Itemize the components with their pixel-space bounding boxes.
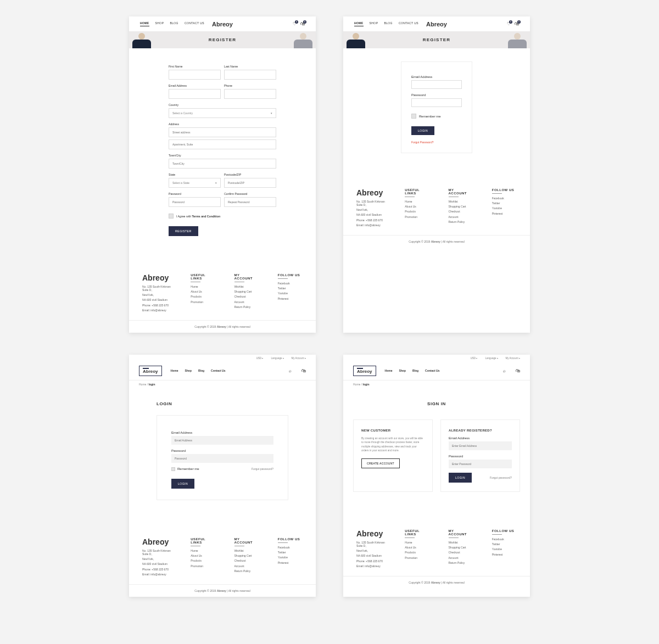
footer-link[interactable]: Facebook [492, 537, 517, 541]
nav-contact[interactable]: Contact Us [425, 369, 439, 372]
forgot-password-link[interactable]: Forgot Password? [411, 141, 434, 144]
footer-link[interactable]: Youtube [492, 547, 517, 551]
breadcrumb-home[interactable]: Home [353, 383, 360, 386]
currency-select[interactable]: USD [256, 357, 264, 360]
footer-link[interactable]: Wishlist [449, 541, 473, 544]
footer-link[interactable]: About Us [191, 290, 215, 293]
postcode-input[interactable] [224, 178, 276, 188]
footer-link[interactable]: Checkout [449, 210, 473, 213]
footer-link[interactable]: Facebook [278, 546, 303, 549]
nav-blog[interactable]: BLOG [170, 21, 178, 26]
footer-link[interactable]: Pinterest [278, 561, 303, 564]
footer-link[interactable]: Products [191, 559, 215, 562]
footer-link[interactable]: Facebook [492, 197, 517, 200]
nav-home[interactable]: HOME [140, 21, 149, 26]
terms-link[interactable]: Terms and Condition [192, 215, 221, 218]
footer-link[interactable]: Wishlist [234, 285, 259, 288]
nav-contact[interactable]: Contact Us [211, 369, 225, 372]
footer-link[interactable]: Promotion [405, 556, 429, 559]
password-input[interactable] [449, 460, 512, 468]
confirm-password-input[interactable] [224, 197, 276, 207]
cart-icon[interactable]: 🛍 [301, 368, 306, 373]
account-menu[interactable]: My Account [506, 357, 520, 360]
nav-blog[interactable]: Blog [198, 369, 204, 372]
country-select[interactable]: Select a Country▾ [169, 108, 276, 118]
footer-link[interactable]: Twitter [492, 542, 517, 546]
footer-link[interactable]: Home [191, 285, 215, 288]
footer-link[interactable]: Youtube [492, 206, 517, 210]
footer-link[interactable]: Checkout [449, 551, 473, 554]
footer-link[interactable]: Facebook [278, 282, 303, 285]
footer-link[interactable]: Products [191, 295, 215, 298]
brand-logo[interactable]: Abreoy [212, 21, 233, 27]
apartment-input[interactable] [169, 139, 276, 149]
remember-checkbox[interactable] [411, 114, 416, 119]
footer-link[interactable]: Home [191, 549, 215, 552]
footer-link[interactable]: Shopping Cart [234, 554, 259, 557]
footer-link[interactable]: Account [449, 215, 473, 219]
nav-home[interactable]: Home [385, 369, 393, 372]
brand-logo[interactable]: Abreoy [139, 366, 162, 376]
password-input[interactable] [171, 454, 273, 463]
nav-shop[interactable]: SHOP [155, 21, 164, 26]
breadcrumb-home[interactable]: Home [139, 383, 146, 386]
footer-link[interactable]: Youtube [278, 556, 303, 559]
footer-link[interactable]: Checkout [234, 295, 259, 298]
state-select[interactable]: Select a State▾ [169, 178, 221, 188]
footer-link[interactable]: Pinterest [278, 297, 303, 300]
nav-shop[interactable]: SHOP [370, 21, 378, 26]
login-button[interactable]: LOGIN [171, 479, 194, 489]
footer-link[interactable]: About Us [191, 554, 215, 557]
footer-link[interactable]: Account [234, 300, 259, 304]
cart-icon[interactable]: 🛍0 [515, 21, 519, 26]
nav-home[interactable]: Home [171, 369, 178, 372]
footer-link[interactable]: Youtube [278, 292, 303, 295]
last-name-input[interactable] [224, 70, 276, 80]
search-icon[interactable]: ⌕ [289, 368, 292, 373]
footer-link[interactable]: Wishlist [449, 200, 473, 203]
footer-link[interactable]: Account [234, 564, 259, 568]
email-input[interactable] [411, 80, 462, 89]
nav-contact[interactable]: CONTACT US [399, 21, 418, 26]
remember-checkbox[interactable] [171, 467, 175, 471]
nav-shop[interactable]: Shop [185, 369, 192, 372]
footer-link[interactable]: Twitter [492, 201, 517, 205]
footer-link[interactable]: Pinterest [492, 212, 517, 215]
footer-link[interactable]: Return Policy [234, 569, 259, 573]
town-input[interactable] [169, 159, 276, 169]
email-input[interactable] [171, 436, 273, 445]
footer-link[interactable]: Shopping Cart [234, 290, 259, 293]
create-account-button[interactable]: CREATE ACCOUNT [361, 458, 400, 468]
street-input[interactable] [169, 127, 276, 137]
footer-link[interactable]: About Us [405, 205, 429, 208]
footer-link[interactable]: About Us [405, 546, 429, 549]
email-input[interactable] [449, 441, 512, 450]
login-button[interactable]: LOGIN [449, 473, 472, 483]
footer-link[interactable]: Shopping Cart [449, 205, 473, 208]
currency-select[interactable]: USD [471, 357, 478, 360]
wishlist-icon[interactable]: ♡0 [507, 21, 511, 26]
footer-link[interactable]: Account [449, 556, 473, 559]
nav-blog[interactable]: Blog [412, 369, 418, 372]
footer-link[interactable]: Promotion [191, 564, 215, 568]
brand-logo[interactable]: Abreoy [426, 21, 447, 27]
cart-icon[interactable]: 🛍0 [300, 21, 305, 26]
footer-link[interactable]: Wishlist [234, 549, 259, 552]
terms-checkbox[interactable] [169, 214, 174, 219]
footer-link[interactable]: Twitter [278, 551, 303, 554]
login-button[interactable]: LOGIN [411, 126, 434, 135]
forgot-password-link[interactable]: Forgot password? [252, 467, 273, 471]
nav-contact[interactable]: CONTACT US [185, 21, 204, 26]
account-menu[interactable]: My Account [292, 357, 306, 360]
footer-link[interactable]: Home [405, 541, 429, 544]
language-select[interactable]: Language [485, 357, 498, 360]
footer-link[interactable]: Twitter [278, 287, 303, 290]
cart-icon[interactable]: 🛍 [516, 368, 520, 373]
footer-link[interactable]: Pinterest [492, 553, 517, 556]
first-name-input[interactable] [169, 70, 221, 80]
wishlist-icon[interactable]: ♡0 [293, 21, 297, 26]
footer-link[interactable]: Promotion [405, 215, 429, 219]
email-input[interactable] [169, 89, 221, 99]
footer-link[interactable]: Products [405, 210, 429, 213]
phone-input[interactable] [224, 89, 276, 99]
